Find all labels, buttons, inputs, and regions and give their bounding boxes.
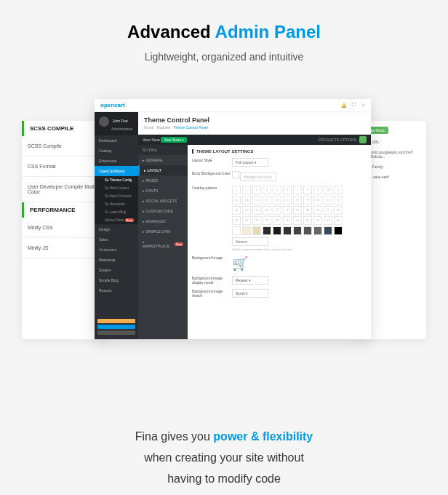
crumb-home[interactable]: Home: [144, 125, 153, 130]
pattern-swatch[interactable]: 31: [313, 206, 322, 215]
pattern-swatch[interactable]: 23: [232, 206, 241, 215]
sidebar-item[interactable]: OpenCartWorks: [95, 166, 138, 176]
pattern-swatch[interactable]: 20: [313, 196, 322, 205]
pattern-swatch[interactable]: 27: [273, 206, 281, 215]
save-button[interactable]: [359, 136, 367, 143]
subnav-item[interactable]: ▸ LAYOUT: [138, 165, 188, 175]
pattern-swatch[interactable]: 24: [242, 206, 251, 215]
bg-attach-label: Background Image Attach: [192, 289, 232, 298]
pattern-swatch[interactable]: 22: [334, 196, 343, 205]
pattern-swatch[interactable]: 35: [242, 216, 251, 225]
pattern-swatch[interactable]: 7: [293, 186, 302, 194]
sidebar-item[interactable]: Sales: [95, 234, 138, 245]
bg-attach-select[interactable]: Scroll ▾: [232, 289, 268, 298]
pattern-swatch[interactable]: 4: [263, 186, 271, 194]
pattern-swatch[interactable]: 8: [303, 186, 312, 194]
sidebar-sub-item[interactable]: So Themes Config: [95, 176, 138, 184]
pattern-swatch[interactable]: 25: [252, 206, 261, 215]
subnav-item[interactable]: ▸ SAMPLE DATA: [138, 226, 188, 237]
pattern-swatch[interactable]: 29: [293, 206, 302, 215]
pattern-grid: 1234567891011121314151617181920212223242…: [232, 186, 367, 225]
sidebar-item[interactable]: Extensions: [95, 156, 138, 166]
pattern-color-swatch[interactable]: [232, 226, 241, 235]
sidebar-item[interactable]: Reports: [95, 285, 138, 296]
pattern-swatch[interactable]: 36: [252, 216, 261, 225]
pattern-swatch[interactable]: 6: [283, 186, 292, 194]
pattern-swatch[interactable]: 30: [303, 206, 312, 215]
cart-icon[interactable]: 🛒: [232, 256, 248, 271]
pattern-swatch[interactable]: 41: [303, 216, 312, 225]
pattern-swatch[interactable]: 39: [283, 216, 292, 225]
pattern-swatch[interactable]: 15: [263, 196, 271, 205]
store-select[interactable]: Your Store ▾: [161, 137, 187, 143]
pattern-color-swatch[interactable]: [273, 226, 281, 235]
sidebar-sub-item[interactable]: So Latest Blog: [95, 208, 138, 216]
pattern-swatch[interactable]: 43: [324, 216, 332, 225]
body-bg-input[interactable]: Background color: [240, 173, 276, 181]
pattern-swatch[interactable]: 37: [263, 216, 271, 225]
notification-icon[interactable]: 🔔: [341, 103, 346, 108]
pattern-swatch[interactable]: 26: [263, 206, 271, 215]
bg-mode-select[interactable]: Repeat ▾: [232, 276, 268, 285]
pattern-color-swatch[interactable]: [324, 226, 332, 235]
subnav-item[interactable]: ▸ SOCIAL WIDGETS: [138, 196, 188, 206]
sidebar-item[interactable]: Simple Blog: [95, 275, 138, 285]
sidebar-sub-item[interactable]: So Newsletter: [95, 200, 138, 208]
sidebar-sub-item[interactable]: So Html Content: [95, 184, 138, 192]
pattern-swatch[interactable]: 10: [324, 186, 332, 194]
pattern-color-swatch[interactable]: [263, 226, 271, 235]
pattern-color-swatch[interactable]: [313, 226, 322, 235]
subnav-item[interactable]: ▸ ADVANCED: [138, 216, 188, 226]
pattern-swatch[interactable]: 5: [273, 186, 281, 194]
subnav-item[interactable]: ▸ GENERAL: [138, 155, 188, 165]
pattern-swatch[interactable]: 34: [232, 216, 241, 225]
pattern-swatch[interactable]: 14: [252, 196, 261, 205]
pattern-none-select[interactable]: None ▾: [232, 237, 268, 246]
subnav-item[interactable]: ▸ FONTS: [138, 186, 188, 196]
sidebar-item[interactable]: Dashboard: [95, 135, 138, 146]
crumb-modules[interactable]: Modules: [157, 125, 171, 130]
sidebar-item[interactable]: Customers: [95, 245, 138, 255]
sidebar-item[interactable]: Marketing: [95, 255, 138, 265]
pattern-swatch[interactable]: 3: [252, 186, 261, 194]
pattern-swatch[interactable]: 42: [313, 216, 322, 225]
pattern-swatch[interactable]: 19: [303, 196, 312, 205]
pattern-swatch[interactable]: 40: [293, 216, 302, 225]
pattern-swatch[interactable]: 44: [334, 216, 343, 225]
pattern-swatch[interactable]: 9: [313, 186, 322, 194]
pattern-swatch[interactable]: 28: [283, 206, 292, 215]
pattern-swatch[interactable]: 33: [334, 206, 343, 215]
color-swatch[interactable]: [232, 171, 239, 178]
pattern-color-swatch[interactable]: [252, 226, 261, 235]
pattern-color-swatch[interactable]: [293, 226, 302, 235]
sidebar-sub-item[interactable]: Market Place New: [95, 216, 138, 224]
pattern-swatch[interactable]: 21: [324, 196, 332, 205]
sidebar-item[interactable]: Catalog: [95, 146, 138, 156]
pattern-swatch[interactable]: 1: [232, 186, 241, 194]
pattern-swatch[interactable]: 12: [232, 196, 241, 205]
layout-style-select[interactable]: Full Layout ▾: [232, 158, 268, 167]
subnav-item[interactable]: ▸ CUSTOM CODE: [138, 206, 188, 216]
pattern-swatch[interactable]: 2: [242, 186, 251, 194]
pattern-swatch[interactable]: 18: [293, 196, 302, 205]
pattern-swatch[interactable]: 16: [273, 196, 281, 205]
user-block[interactable]: John Doe Administrator: [95, 112, 138, 135]
sidebar-item[interactable]: Design: [95, 224, 138, 234]
pattern-swatch[interactable]: 38: [273, 216, 281, 225]
pattern-color-swatch[interactable]: [283, 226, 292, 235]
logout-icon[interactable]: ⎋: [362, 103, 365, 108]
pattern-color-swatch[interactable]: [303, 226, 312, 235]
pattern-swatch[interactable]: 32: [324, 206, 332, 215]
subnav-item[interactable]: ▸ PAGES: [138, 175, 188, 186]
pattern-swatch[interactable]: 17: [283, 196, 292, 205]
user-role: Administrator: [111, 127, 134, 131]
sidebar-sub-item[interactable]: So Basic Products: [95, 192, 138, 200]
pattern-swatch[interactable]: 11: [334, 186, 343, 194]
pattern-color-swatch[interactable]: [242, 226, 251, 235]
sidebar-item[interactable]: System: [95, 265, 138, 275]
pattern-color-swatch[interactable]: [334, 226, 343, 235]
products-options-tab[interactable]: PRODUCTS OPTIONS: [319, 138, 356, 142]
subnav-item[interactable]: ▸ MARKETPLACENew: [138, 237, 188, 251]
pattern-swatch[interactable]: 13: [242, 196, 251, 205]
expand-icon[interactable]: ⛶: [352, 103, 356, 108]
